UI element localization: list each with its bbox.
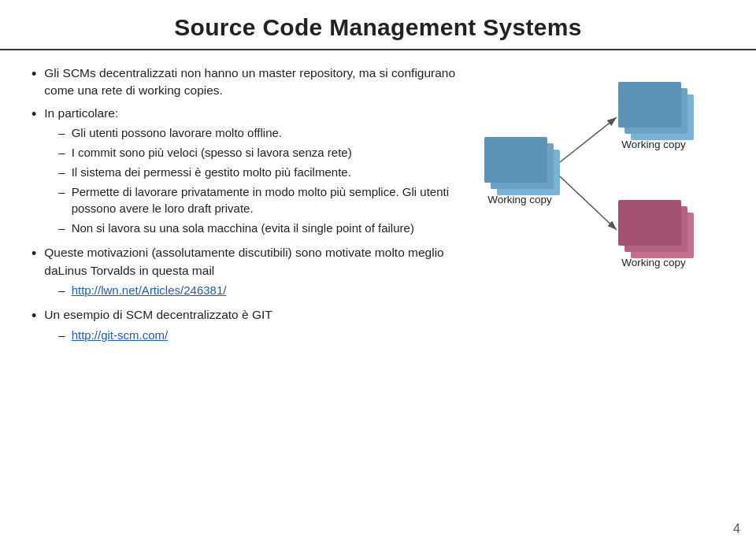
link-lwn[interactable]: http://lwn.net/Articles/246381/ [72,282,227,298]
bullet-dot-2: • [32,106,36,124]
sub-item-4-1: – http://git-scm.com/ [58,327,457,343]
sub-list-4: – http://git-scm.com/ [44,327,457,343]
sub-text-2-5: Non si lavora su una sola macchina (evit… [72,220,414,236]
sub-text-2-2: I commit sono più veloci (spesso si lavo… [72,144,352,161]
wc-label-right-top: Working copy [618,139,689,150]
diagram-canvas: Working copy Working copy Working copy [484,74,728,302]
dash-2-4: – [58,183,65,200]
diagram-section: Working copy Working copy Working copy [472,58,740,544]
content-area: • Gli SCMs decentralizzati non hanno un … [0,50,756,544]
bullet-dot-1: • [32,66,36,83]
right-bottom-page-1 [618,200,681,246]
sub-text-2-3: Il sistema dei permessi è gestito molto … [72,164,351,180]
bullet-item-1: • Gli SCMs decentralizzati non hanno un … [32,65,457,100]
bullet-text-1: Gli SCMs decentralizzati non hanno un ma… [44,65,457,100]
dash-2-1: – [58,124,65,141]
bullet-text-2: In particolare: – Gli utenti possono lav… [44,105,457,239]
sub-item-2-2: – I commit sono più veloci (spesso si la… [58,144,457,161]
slide: Source Code Management Systems • Gli SCM… [0,0,756,544]
page-number: 4 [733,522,740,536]
link-git-scm[interactable]: http://git-scm.com/ [72,327,169,343]
bullet-dot-3: • [32,246,36,263]
sub-item-2-1: – Gli utenti possono lavorare molto offl… [58,124,457,141]
left-page-1 [484,137,547,183]
main-bullet-list: • Gli SCMs decentralizzati non hanno un … [32,65,457,346]
svg-line-2 [560,176,617,230]
sub-list-3: – http://lwn.net/Articles/246381/ [44,282,457,298]
bullet-text-4: Un esempio di SCM decentralizzato è GIT … [44,306,457,346]
sub-item-2-4: – Permette di lavorare privatamente in m… [58,183,457,216]
slide-title: Source Code Management Systems [32,14,724,41]
svg-line-1 [560,117,617,162]
sub-text-2-4: Permette di lavorare privatamente in mod… [72,183,457,216]
bullet-item-3: • Queste motivazioni (assolutamente disc… [32,244,457,302]
bullet-dot-4: • [32,308,36,325]
right-top-page-1 [618,82,681,128]
dash-4-1: – [58,327,65,343]
dash-2-5: – [58,220,65,236]
slide-header: Source Code Management Systems [0,0,756,50]
sub-text-2-1: Gli utenti possono lavorare molto offlin… [72,124,282,141]
sub-item-3-1: – http://lwn.net/Articles/246381/ [58,282,457,298]
wc-label-left: Working copy [484,194,555,205]
bullet-text-3: Queste motivazioni (assolutamente discut… [44,244,457,302]
dash-3-1: – [58,282,65,298]
bullet-item-2: • In particolare: – Gli utenti possono l… [32,105,457,239]
dash-2-2: – [58,144,65,161]
sub-list-2: – Gli utenti possono lavorare molto offl… [44,124,457,236]
sub-item-2-3: – Il sistema dei permessi è gestito molt… [58,164,457,180]
bullet-item-4: • Un esempio di SCM decentralizzato è GI… [32,306,457,346]
sub-item-2-5: – Non si lavora su una sola macchina (ev… [58,220,457,236]
dash-2-3: – [58,164,65,180]
wc-label-right-bottom: Working copy [618,257,689,268]
text-section: • Gli SCMs decentralizzati non hanno un … [0,58,472,544]
